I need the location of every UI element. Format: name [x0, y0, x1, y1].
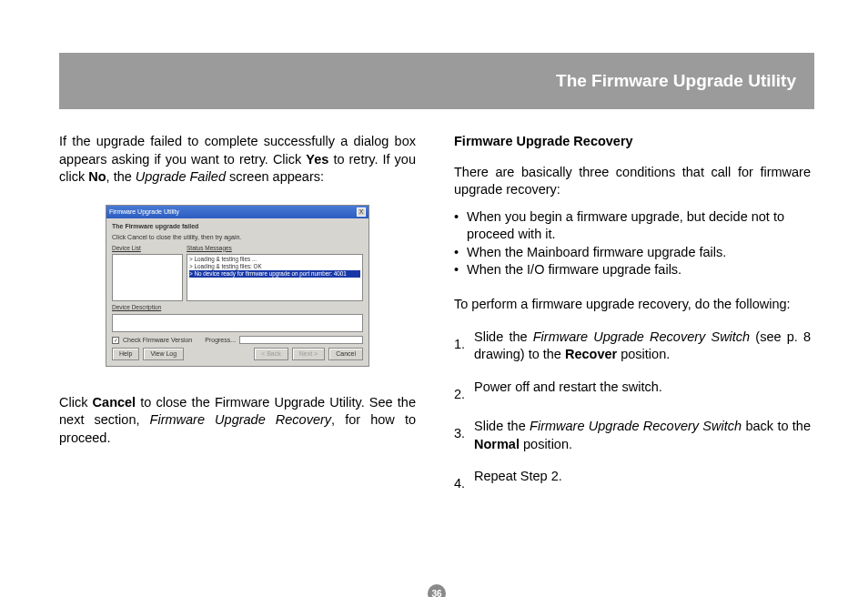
check-firmware-checkbox[interactable]: ✓ — [112, 337, 119, 344]
step-number: 2. — [454, 379, 474, 404]
bullet-list: •When you begin a firmware upgrade, but … — [454, 208, 811, 279]
status-line: > Loading & testing files ... — [189, 256, 360, 263]
text: Slide the — [474, 419, 530, 433]
section-title: The Firmware Upgrade Utility — [556, 71, 796, 91]
status-line-highlighted: > No device ready for firmware upgrade o… — [189, 270, 360, 278]
bullet-text: When the I/O firmware upgrade fails. — [467, 261, 811, 279]
text-italic: Firmware Upgrade Recovery Switch — [530, 419, 742, 433]
text-italic-fur: Firmware Upgrade Recovery — [150, 412, 331, 427]
step-4: 4. Repeat Step 2. — [454, 468, 811, 493]
section-header: The Firmware Upgrade Utility — [59, 53, 814, 109]
right-column: Firmware Upgrade Recovery There are basi… — [454, 133, 811, 508]
device-list-label: Device List — [112, 245, 183, 253]
device-list-box[interactable] — [112, 254, 183, 301]
check-row: ✓ Check Firmware Version Progress... — [112, 336, 363, 344]
text: Slide the — [474, 329, 533, 344]
text: Click — [59, 395, 93, 410]
dialog-title: Firmware Upgrade Utility — [109, 207, 179, 216]
recovery-intro: There are basically three conditions tha… — [454, 164, 811, 199]
step-number: 1. — [454, 329, 474, 364]
dialog-titlebar: Firmware Upgrade Utility X — [106, 206, 368, 218]
view-log-button[interactable]: View Log — [143, 348, 184, 360]
cancel-button[interactable]: Cancel — [328, 348, 363, 360]
next-button[interactable]: Next > — [292, 348, 325, 360]
steps-list: 1. Slide the Firmware Upgrade Recovery S… — [454, 329, 811, 493]
bullet-text: When the Mainboard firmware upgrade fail… — [467, 244, 811, 262]
left-column: If the upgrade failed to complete succes… — [59, 133, 416, 508]
bullet-icon: • — [454, 261, 467, 279]
manual-page: The Firmware Upgrade Utility If the upgr… — [59, 53, 814, 508]
text: back to the — [742, 419, 811, 433]
bullet-item: •When the Mainboard firmware upgrade fai… — [454, 244, 811, 262]
status-line: > Loading & testing files: OK — [189, 263, 360, 270]
step-text: Power off and restart the switch. — [474, 379, 811, 404]
text-bold-yes: Yes — [306, 152, 328, 167]
dialog-button-row: Help View Log < Back Next > Cancel — [112, 348, 363, 364]
device-description-label: Device Description — [112, 304, 363, 312]
embedded-screenshot: Firmware Upgrade Utility X The Firmware … — [59, 205, 416, 367]
text-bold: Normal — [474, 437, 520, 451]
close-icon[interactable]: X — [357, 207, 366, 217]
step-text: Slide the Firmware Upgrade Recovery Swit… — [474, 329, 811, 364]
step-text: Repeat Step 2. — [474, 468, 811, 493]
bullet-item: •When the I/O firmware upgrade fails. — [454, 261, 811, 279]
content-columns: If the upgrade failed to complete succes… — [59, 133, 814, 508]
step-number: 4. — [454, 468, 474, 493]
step-2: 2. Power off and restart the switch. — [454, 379, 811, 404]
status-messages-label: Status Messages — [187, 245, 363, 253]
bullet-item: •When you begin a firmware upgrade, but … — [454, 208, 811, 244]
device-list-group: Device List — [112, 245, 183, 302]
status-messages-group: Status Messages > Loading & testing file… — [187, 245, 363, 302]
recovery-heading: Firmware Upgrade Recovery — [454, 133, 811, 151]
check-firmware-label: Check Firmware Version — [123, 336, 192, 344]
bullet-text: When you begin a firmware upgrade, but d… — [467, 208, 811, 244]
step-1: 1. Slide the Firmware Upgrade Recovery S… — [454, 329, 811, 364]
firmware-dialog: Firmware Upgrade Utility X The Firmware … — [106, 205, 369, 367]
dialog-message-2: Click Cancel to close the utility, then … — [112, 233, 363, 241]
bullet-icon: • — [454, 244, 467, 262]
status-messages-box[interactable]: > Loading & testing files ... > Loading … — [187, 254, 363, 301]
text-italic-upgrade-failed: Upgrade Failed — [136, 169, 226, 184]
progress-label: Progress... — [205, 336, 236, 344]
text-bold-no: No — [88, 169, 106, 184]
back-button[interactable]: < Back — [254, 348, 288, 360]
left-para-1: If the upgrade failed to complete succes… — [59, 133, 416, 187]
dialog-body: The Firmware upgrade failed Click Cancel… — [106, 218, 368, 366]
text: screen appears: — [226, 169, 324, 184]
step-number: 3. — [454, 418, 474, 453]
device-description-box[interactable] — [112, 314, 363, 332]
help-button[interactable]: Help — [112, 348, 139, 360]
page-number-badge: 36 — [428, 584, 446, 597]
recovery-lead: To perform a firmware upgrade recovery, … — [454, 296, 811, 314]
dialog-message-1: The Firmware upgrade failed — [112, 222, 363, 230]
text: position. — [520, 437, 572, 451]
page-footer: 36 — [59, 584, 814, 597]
progress-bar — [239, 336, 363, 344]
step-text: Slide the Firmware Upgrade Recovery Swit… — [474, 418, 811, 453]
text-bold: Recover — [565, 347, 617, 361]
text-italic: Firmware Upgrade Recovery Switch — [533, 329, 750, 344]
left-para-2: Click Cancel to close the Firmware Upgra… — [59, 394, 416, 448]
text: , the — [106, 169, 136, 184]
step-3: 3. Slide the Firmware Upgrade Recovery S… — [454, 418, 811, 453]
bullet-icon: • — [454, 208, 467, 244]
device-description-group: Device Description — [112, 304, 363, 332]
text: position. — [617, 347, 670, 361]
text-bold-cancel: Cancel — [93, 395, 136, 410]
